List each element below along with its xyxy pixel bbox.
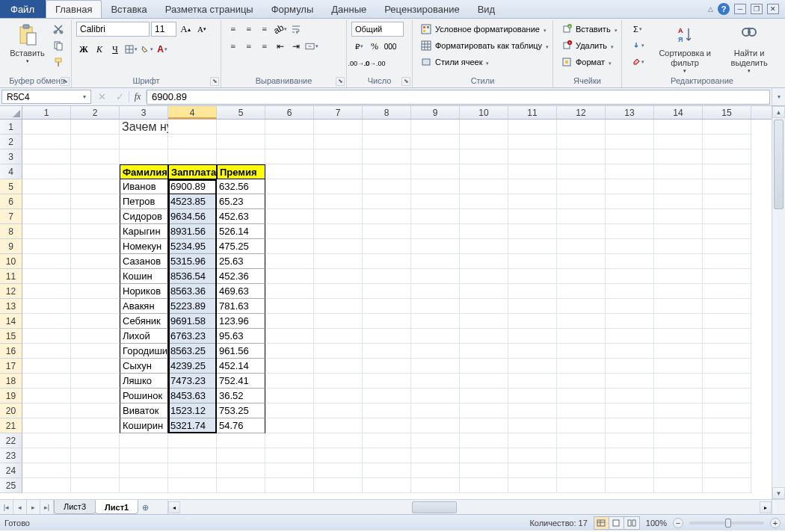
- col-header[interactable]: 4: [168, 106, 217, 119]
- cell[interactable]: [217, 433, 265, 448]
- zoom-slider[interactable]: [689, 522, 764, 525]
- cell[interactable]: [606, 314, 654, 329]
- decrease-font-button[interactable]: A▾: [194, 22, 209, 37]
- cell[interactable]: [363, 254, 411, 269]
- cell[interactable]: [314, 448, 363, 463]
- cell[interactable]: [120, 134, 168, 149]
- cell[interactable]: 54.76: [217, 418, 265, 433]
- cell[interactable]: [606, 448, 654, 463]
- cell[interactable]: [22, 448, 71, 463]
- cell[interactable]: [265, 448, 314, 463]
- cell[interactable]: [654, 478, 703, 493]
- cell[interactable]: [22, 254, 71, 269]
- cell[interactable]: [217, 463, 265, 478]
- cell[interactable]: Фамилия: [120, 164, 168, 179]
- fx-icon[interactable]: fx: [129, 91, 147, 102]
- cell[interactable]: 5223.89: [168, 299, 217, 314]
- cell[interactable]: [703, 164, 751, 179]
- number-format-select[interactable]: [351, 22, 404, 37]
- cell[interactable]: [217, 448, 265, 463]
- wrap-text-button[interactable]: [289, 22, 304, 37]
- cell[interactable]: [606, 254, 654, 269]
- cell[interactable]: 753.25: [217, 403, 265, 418]
- cell[interactable]: [265, 179, 314, 194]
- cell[interactable]: [557, 269, 606, 284]
- cell[interactable]: [460, 209, 508, 224]
- cell[interactable]: [217, 120, 265, 134]
- row-header[interactable]: 20: [0, 403, 22, 418]
- cell[interactable]: [654, 194, 703, 209]
- cell[interactable]: 1523.12: [168, 403, 217, 418]
- cell[interactable]: [508, 134, 557, 149]
- cell[interactable]: [314, 239, 363, 254]
- cell[interactable]: [363, 448, 411, 463]
- cell[interactable]: [460, 418, 508, 433]
- cell[interactable]: [508, 374, 557, 389]
- cell[interactable]: 961.56: [217, 344, 265, 359]
- cell[interactable]: [703, 374, 751, 389]
- ribbon-tab-3[interactable]: Формулы: [262, 0, 323, 18]
- cell[interactable]: Иванов: [120, 179, 168, 194]
- number-launcher[interactable]: ⬊: [401, 77, 410, 86]
- cell[interactable]: [606, 164, 654, 179]
- cell[interactable]: [22, 403, 71, 418]
- cell[interactable]: [71, 359, 120, 374]
- font-name-select[interactable]: [76, 22, 150, 37]
- cell[interactable]: Кошин: [120, 269, 168, 284]
- cell[interactable]: [460, 374, 508, 389]
- cell[interactable]: [363, 299, 411, 314]
- col-header[interactable]: 2: [71, 106, 120, 119]
- cell[interactable]: [168, 149, 217, 164]
- cell[interactable]: [654, 314, 703, 329]
- cell[interactable]: [71, 344, 120, 359]
- cell[interactable]: 752.41: [217, 374, 265, 389]
- cell[interactable]: [508, 344, 557, 359]
- cell[interactable]: [22, 329, 71, 344]
- ribbon-tab-2[interactable]: Разметка страницы: [156, 0, 262, 18]
- cell[interactable]: [265, 314, 314, 329]
- cell[interactable]: Зачем нужен поиск в Excel? Какие его пре…: [120, 120, 168, 134]
- cell[interactable]: [168, 433, 217, 448]
- cell[interactable]: [703, 403, 751, 418]
- cell[interactable]: Карыгин: [120, 224, 168, 239]
- cell[interactable]: [606, 269, 654, 284]
- cell[interactable]: [654, 149, 703, 164]
- row-header[interactable]: 15: [0, 329, 22, 344]
- cell[interactable]: [703, 299, 751, 314]
- cell[interactable]: [411, 179, 460, 194]
- cell[interactable]: [314, 269, 363, 284]
- cell[interactable]: [508, 254, 557, 269]
- cell[interactable]: [654, 209, 703, 224]
- format-painter-button[interactable]: [50, 55, 67, 69]
- scroll-thumb[interactable]: [774, 120, 784, 209]
- cell[interactable]: [265, 120, 314, 134]
- file-tab[interactable]: Файл: [0, 0, 46, 18]
- cell[interactable]: [363, 134, 411, 149]
- cell[interactable]: [606, 478, 654, 493]
- name-box[interactable]: R5C4 ▾: [1, 90, 91, 104]
- cell[interactable]: [411, 314, 460, 329]
- cell[interactable]: [703, 120, 751, 134]
- cell[interactable]: [703, 314, 751, 329]
- cell[interactable]: [411, 149, 460, 164]
- cell[interactable]: Сыхун: [120, 359, 168, 374]
- select-all-corner[interactable]: [0, 106, 22, 119]
- row-header[interactable]: 14: [0, 314, 22, 329]
- zoom-in-button[interactable]: +: [770, 518, 781, 528]
- cell[interactable]: [411, 389, 460, 403]
- cell[interactable]: [557, 314, 606, 329]
- fill-color-button[interactable]: [139, 42, 154, 57]
- underline-button[interactable]: Ч: [108, 42, 123, 57]
- cell[interactable]: [508, 194, 557, 209]
- cell[interactable]: [411, 134, 460, 149]
- cell[interactable]: 452.14: [217, 359, 265, 374]
- merge-button[interactable]: [304, 39, 319, 54]
- cell[interactable]: [265, 329, 314, 344]
- cell[interactable]: [314, 403, 363, 418]
- cell[interactable]: [557, 359, 606, 374]
- cell[interactable]: [557, 389, 606, 403]
- cell[interactable]: [557, 418, 606, 433]
- cell[interactable]: [508, 224, 557, 239]
- cell[interactable]: Рошинок: [120, 389, 168, 403]
- col-header[interactable]: 12: [557, 106, 606, 119]
